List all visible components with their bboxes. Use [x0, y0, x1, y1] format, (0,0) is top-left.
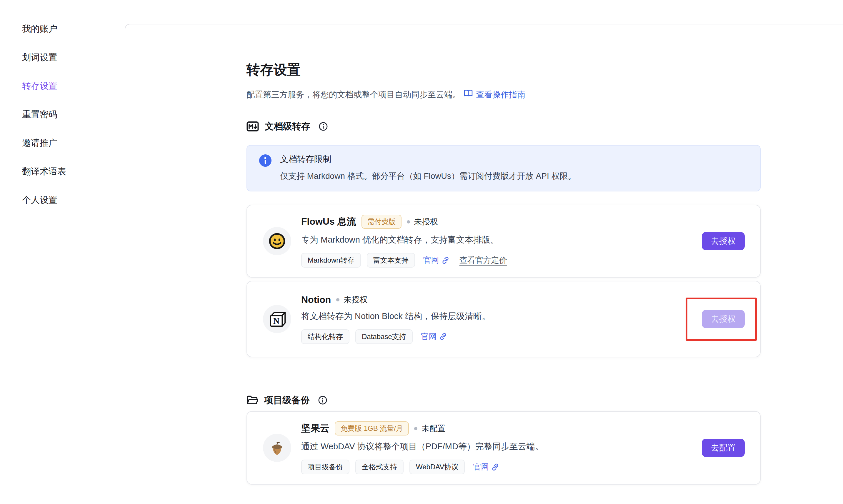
notice-title: 文档转存限制: [280, 153, 576, 165]
nutstore-info: 坚果云免费版 1GB 流量/月未配置通过 WebDAV 协议将整个项目（PDF/…: [301, 421, 543, 474]
flowus-name: FlowUs 息流: [301, 215, 356, 228]
flowus-plan-badge: 需付费版: [361, 215, 401, 229]
acorn-icon: [269, 439, 286, 456]
nutstore-description: 通过 WebDAV 协议将整个项目（PDF/MD等）完整同步至云端。: [301, 440, 543, 452]
notion-official-site-label: 官网: [421, 331, 437, 342]
flowus-tag-1: 富文本支持: [367, 253, 415, 268]
main-content: 转存设置 配置第三方服务，将您的文档或整个项目自动同步至云端。 查看操作指南 文…: [247, 0, 762, 485]
flowus-title-row: FlowUs 息流需付费版未授权: [301, 215, 507, 229]
sidebar-item-my-account[interactable]: 我的账户: [22, 22, 110, 35]
sidebar-item-selection-settings[interactable]: 划词设置: [22, 51, 110, 64]
notion-icon: N: [268, 310, 286, 328]
notion-official-site-link[interactable]: 官网: [421, 331, 447, 342]
section-info-icon-project-level-backup[interactable]: [318, 396, 327, 405]
flowus-official-site-label: 官网: [423, 255, 439, 266]
nutstore-title-row: 坚果云免费版 1GB 流量/月未配置: [301, 421, 543, 435]
flowus-tag-row: Markdown转存富文本支持官网查看官方定价: [301, 253, 507, 268]
nutstore-official-site-link[interactable]: 官网: [473, 462, 499, 472]
page-subtitle-row: 配置第三方服务，将您的文档或整个项目自动同步至云端。 查看操作指南: [247, 89, 762, 101]
guide-link-label: 查看操作指南: [476, 89, 525, 101]
notice-info-icon: [259, 154, 272, 168]
section-info-icon-doc-level-transfer[interactable]: [319, 122, 328, 131]
folder-icon: [247, 395, 258, 405]
status-dot: [407, 220, 410, 223]
settings-sidebar: 我的账户划词设置转存设置重置密码邀请推广翻译术语表个人设置: [22, 22, 110, 222]
sidebar-item-invite-promotion[interactable]: 邀请推广: [22, 137, 110, 149]
service-card-notion: NNotion未授权将文档转存为 Notion Block 结构，保持层级清晰。…: [247, 281, 761, 357]
notion-tag-row: 结构化转存Database支持官网: [301, 329, 490, 344]
notice-text: 文档转存限制仅支持 Markdown 格式。部分平台（如 FlowUs）需订阅付…: [280, 153, 576, 182]
notion-action-button[interactable]: 去授权: [702, 310, 745, 328]
service-card-nutstore: 坚果云免费版 1GB 流量/月未配置通过 WebDAV 协议将整个项目（PDF/…: [247, 411, 761, 485]
sidebar-item-reset-password[interactable]: 重置密码: [22, 108, 110, 121]
flowus-pricing-link[interactable]: 查看官方定价: [460, 255, 507, 266]
notion-avatar: N: [263, 305, 291, 333]
nutstore-status-label: 未配置: [422, 423, 445, 434]
nutstore-status: 未配置: [414, 423, 445, 434]
settings-page: 我的账户划词设置转存设置重置密码邀请推广翻译术语表个人设置 转存设置 配置第三方…: [0, 0, 843, 504]
link-icon: [439, 332, 447, 341]
flowus-description: 专为 Markdown 优化的文档转存，支持富文本排版。: [301, 233, 507, 246]
svg-text:N: N: [273, 316, 280, 325]
nutstore-tag-row: 项目级备份全格式支持WebDAV协议官网: [301, 460, 543, 474]
notion-title-row: Notion未授权: [301, 294, 490, 305]
status-dot: [336, 298, 339, 301]
nutstore-avatar: [263, 434, 291, 462]
nutstore-action-button[interactable]: 去配置: [702, 439, 745, 457]
link-icon: [491, 463, 499, 471]
flowus-info: FlowUs 息流需付费版未授权专为 Markdown 优化的文档转存，支持富文…: [301, 215, 507, 268]
notion-status: 未授权: [336, 294, 367, 305]
flowus-status: 未授权: [407, 216, 438, 227]
notion-name: Notion: [301, 294, 331, 305]
nutstore-tag-0: 项目级备份: [301, 460, 349, 474]
notion-status-label: 未授权: [344, 294, 367, 305]
section-header-doc-level-transfer: 文档级转存: [247, 120, 762, 133]
sidebar-item-translation-glossary[interactable]: 翻译术语表: [22, 165, 110, 178]
service-card-flowus: FlowUs 息流需付费版未授权专为 Markdown 优化的文档转存，支持富文…: [247, 205, 761, 277]
flowus-official-site-link[interactable]: 官网: [423, 255, 449, 266]
page-subtitle: 配置第三方服务，将您的文档或整个项目自动同步至云端。: [247, 89, 461, 101]
guide-link[interactable]: 查看操作指南: [464, 89, 525, 101]
notion-info: Notion未授权将文档转存为 Notion Block 结构，保持层级清晰。结…: [301, 294, 490, 344]
page-title: 转存设置: [247, 61, 762, 78]
flowus-avatar: [263, 227, 291, 255]
section-title-doc-level-transfer: 文档级转存: [265, 120, 310, 132]
link-icon: [442, 256, 449, 264]
flowus-action-button[interactable]: 去授权: [702, 232, 745, 250]
book-icon: [464, 89, 473, 101]
notion-tag-0: 结构化转存: [301, 329, 349, 344]
flowus-tag-0: Markdown转存: [301, 253, 361, 268]
notion-action-area: 去授权: [702, 310, 745, 328]
nutstore-tag-1: 全格式支持: [355, 460, 403, 474]
nutstore-action-area: 去配置: [702, 439, 745, 457]
doc-transfer-notice: 文档转存限制仅支持 Markdown 格式。部分平台（如 FlowUs）需订阅付…: [247, 145, 761, 192]
section-title-project-level-backup: 项目级备份: [264, 394, 310, 407]
nutstore-tag-2: WebDAV协议: [409, 460, 465, 474]
info-outline-icon: [319, 122, 328, 131]
flowus-smiley-icon: [268, 232, 286, 250]
status-dot: [414, 427, 417, 430]
flowus-status-label: 未授权: [414, 216, 438, 227]
sidebar-item-personal-settings[interactable]: 个人设置: [22, 194, 110, 206]
flowus-action-area: 去授权: [702, 232, 745, 250]
notion-tag-1: Database支持: [355, 329, 413, 344]
info-filled-icon: [259, 154, 272, 167]
notion-description: 将文档转存为 Notion Block 结构，保持层级清晰。: [301, 310, 490, 322]
info-outline-icon: [318, 396, 327, 405]
markdown-icon: [247, 121, 259, 132]
book-icon: [464, 89, 473, 97]
section-header-project-level-backup: 项目级备份: [247, 394, 762, 407]
notice-body: 仅支持 Markdown 格式。部分平台（如 FlowUs）需订阅付费版才开放 …: [280, 170, 576, 182]
nutstore-plan-badge: 免费版 1GB 流量/月: [335, 421, 409, 435]
sidebar-item-transfer-settings[interactable]: 转存设置: [22, 79, 110, 92]
nutstore-name: 坚果云: [301, 422, 329, 435]
nutstore-official-site-label: 官网: [473, 462, 489, 472]
